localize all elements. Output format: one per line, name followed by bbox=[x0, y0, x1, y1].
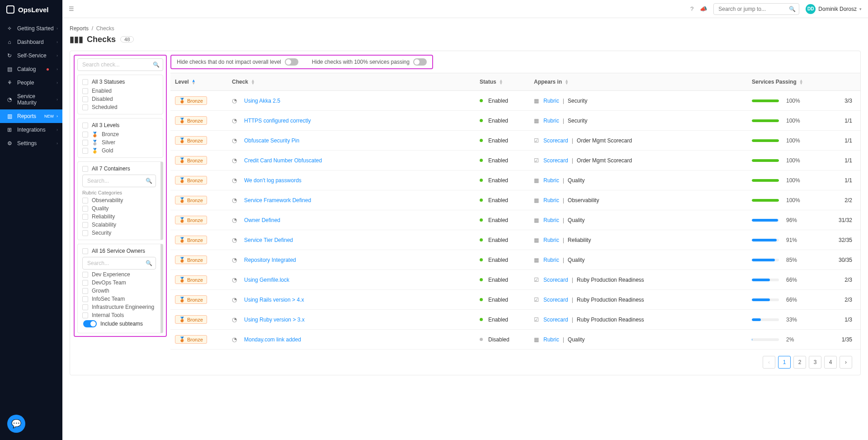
appears-link[interactable]: Rubric bbox=[543, 237, 559, 243]
filter-option[interactable]: 🥈Silver bbox=[82, 139, 158, 146]
check-link[interactable]: Using Gemfile.lock bbox=[244, 277, 289, 283]
filter-option[interactable]: Observability bbox=[82, 197, 156, 203]
filter-search-input[interactable] bbox=[77, 58, 163, 71]
filter-option[interactable]: Dev Experience bbox=[82, 271, 156, 278]
nav-item-integrations[interactable]: ⊞ Integrations › bbox=[0, 123, 62, 137]
checkbox[interactable] bbox=[82, 123, 88, 128]
check-link[interactable]: Monday.com link added bbox=[244, 336, 301, 343]
checkbox[interactable] bbox=[82, 198, 88, 203]
filter-option[interactable]: Scalability bbox=[82, 222, 156, 228]
filter-option-label: Gold bbox=[102, 147, 113, 154]
owner-search-input[interactable] bbox=[82, 257, 156, 270]
checkbox[interactable] bbox=[82, 132, 88, 137]
check-link[interactable]: Obfuscate Security Pin bbox=[244, 137, 299, 144]
check-link[interactable]: Repository Integrated bbox=[244, 257, 296, 263]
page-prev[interactable]: ‹ bbox=[763, 356, 775, 369]
page-1[interactable]: 1 bbox=[778, 356, 791, 369]
filter-option[interactable]: Disabled bbox=[82, 96, 158, 102]
global-search-input[interactable] bbox=[713, 3, 799, 15]
filter-option[interactable]: Growth bbox=[82, 288, 156, 294]
include-subteams-toggle[interactable] bbox=[83, 320, 97, 327]
announcements-icon[interactable]: 📣 bbox=[700, 5, 707, 12]
filter-option[interactable]: InfoSec Team bbox=[82, 296, 156, 302]
hide-no-impact-toggle[interactable] bbox=[285, 58, 298, 66]
notification-dot bbox=[47, 68, 49, 71]
th-check[interactable]: Check▲▼ bbox=[227, 73, 475, 90]
appears-link[interactable]: Scorecard bbox=[543, 317, 568, 323]
checkbox[interactable] bbox=[82, 140, 88, 146]
th-passing[interactable]: Services Passing▲▼ bbox=[747, 73, 829, 90]
checkbox[interactable] bbox=[82, 104, 88, 110]
check-link[interactable]: HTTPS configured correctly bbox=[244, 118, 311, 124]
filter-option[interactable]: DevOps Team bbox=[82, 279, 156, 286]
filter-option[interactable]: Reliability bbox=[82, 213, 156, 220]
hide-100-toggle[interactable] bbox=[413, 58, 427, 66]
checkbox[interactable] bbox=[82, 166, 88, 172]
checkbox[interactable] bbox=[82, 148, 88, 154]
appears-link[interactable]: Rubric bbox=[543, 257, 559, 263]
filter-option[interactable]: 🥇Gold bbox=[82, 147, 158, 154]
checkbox[interactable] bbox=[82, 272, 88, 278]
nav-item-catalog[interactable]: ▤ Catalog › bbox=[0, 62, 62, 76]
help-icon[interactable]: ? bbox=[690, 5, 693, 12]
filter-option[interactable]: Security bbox=[82, 230, 156, 236]
filter-option[interactable]: Internal Tools bbox=[82, 312, 156, 318]
page-next[interactable]: › bbox=[840, 356, 852, 369]
th-appears[interactable]: Appears in▲▼ bbox=[529, 73, 747, 90]
nav-item-people[interactable]: ⚘ People › bbox=[0, 76, 62, 90]
checkbox[interactable] bbox=[82, 79, 88, 85]
filter-head-label: All 16 Service Owners bbox=[92, 248, 145, 254]
filter-option[interactable]: 🥉Bronze bbox=[82, 131, 158, 137]
checkbox[interactable] bbox=[82, 88, 88, 94]
filter-option[interactable]: Infrastructure Engineering bbox=[82, 304, 156, 310]
appears-link[interactable]: Rubric bbox=[543, 118, 559, 124]
check-link[interactable]: Using Akka 2.5 bbox=[244, 98, 280, 104]
container-search-input[interactable] bbox=[82, 175, 156, 187]
check-link[interactable]: Credit Card Number Obfuscated bbox=[244, 157, 322, 164]
appears-link[interactable]: Rubric bbox=[543, 217, 559, 223]
nav-item-settings[interactable]: ⚙ Settings › bbox=[0, 137, 62, 150]
appears-link[interactable]: Rubric bbox=[543, 177, 559, 184]
nav-item-dashboard[interactable]: ⌂ Dashboard › bbox=[0, 35, 62, 49]
check-link[interactable]: We don't log passwords bbox=[244, 177, 302, 184]
checkbox[interactable] bbox=[82, 96, 88, 102]
appears-link[interactable]: Rubric bbox=[543, 197, 559, 203]
breadcrumb-parent[interactable]: Reports bbox=[70, 25, 89, 32]
checkbox[interactable] bbox=[82, 280, 88, 286]
checkbox[interactable] bbox=[82, 288, 88, 294]
nav-item-reports[interactable]: ▥ Reports NEW › bbox=[0, 109, 62, 123]
check-link[interactable]: Service Tier Defined bbox=[244, 237, 293, 243]
nav-item-service-maturity[interactable]: ◔ Service Maturity › bbox=[0, 90, 62, 109]
page-4[interactable]: 4 bbox=[824, 356, 837, 369]
appears-link[interactable]: Scorecard bbox=[543, 297, 568, 303]
appears-link[interactable]: Scorecard bbox=[543, 277, 568, 283]
checkbox[interactable] bbox=[82, 222, 88, 228]
checkbox[interactable] bbox=[82, 214, 88, 220]
nav-item-getting-started[interactable]: ✧ Getting Started › bbox=[0, 22, 62, 35]
page-2[interactable]: 2 bbox=[793, 356, 806, 369]
th-level[interactable]: Level▲▼ bbox=[170, 73, 227, 90]
appears-link[interactable]: Rubric bbox=[543, 336, 559, 343]
page-3[interactable]: 3 bbox=[809, 356, 821, 369]
nav-item-self-service[interactable]: ↻ Self-Service › bbox=[0, 49, 62, 62]
check-link[interactable]: Using Rails version > 4.x bbox=[244, 297, 304, 303]
checkbox[interactable] bbox=[82, 230, 88, 236]
filter-option[interactable]: Quality bbox=[82, 205, 156, 212]
logo[interactable]: OpsLevel bbox=[0, 0, 62, 19]
check-link[interactable]: Owner Defined bbox=[244, 217, 280, 223]
filter-option[interactable]: Enabled bbox=[82, 88, 158, 94]
checkbox[interactable] bbox=[82, 206, 88, 212]
appears-link[interactable]: Rubric bbox=[543, 98, 559, 104]
appears-link[interactable]: Scorecard bbox=[543, 157, 568, 164]
filter-option[interactable]: Scheduled bbox=[82, 104, 158, 110]
checkbox[interactable] bbox=[82, 296, 88, 302]
checkbox[interactable] bbox=[82, 304, 88, 310]
appears-link[interactable]: Scorecard bbox=[543, 137, 568, 144]
check-link[interactable]: Service Framework Defined bbox=[244, 197, 311, 203]
th-status[interactable]: Status▲▼ bbox=[475, 73, 529, 90]
collapse-sidebar-icon[interactable]: ☰ bbox=[69, 5, 74, 12]
check-link[interactable]: Using Ruby version > 3.x bbox=[244, 317, 305, 323]
checkbox[interactable] bbox=[82, 248, 88, 254]
user-menu[interactable]: DD Dominik Dorosz ▾ bbox=[806, 4, 862, 14]
checkbox[interactable] bbox=[82, 312, 88, 318]
